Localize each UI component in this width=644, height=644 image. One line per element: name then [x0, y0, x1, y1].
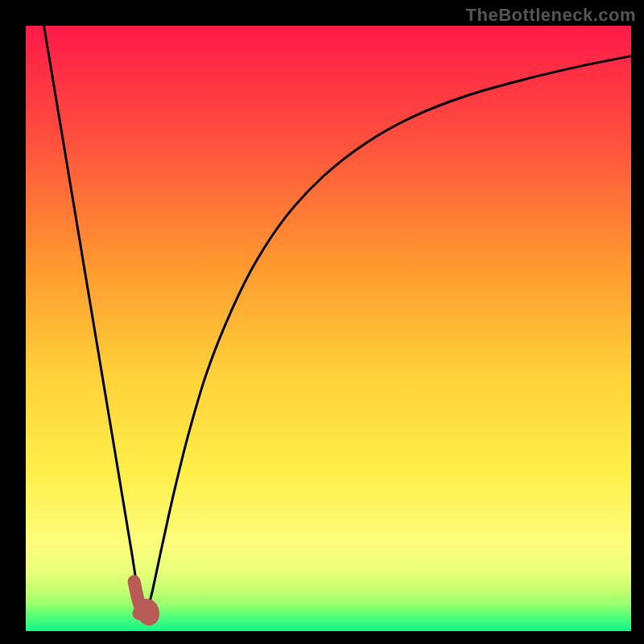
optimum-marker [134, 581, 153, 619]
right-branch-curve [147, 56, 631, 613]
chart-plot [26, 26, 631, 631]
watermark-text: TheBottleneck.com [466, 5, 636, 26]
left-branch-curve [44, 26, 140, 600]
chart-frame: TheBottleneck.com [0, 0, 644, 644]
